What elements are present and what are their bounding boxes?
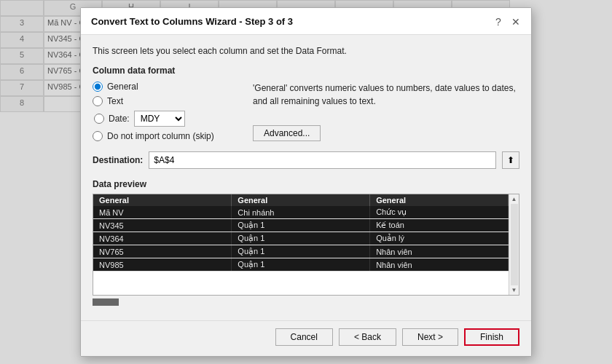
radio-skip-label: Do not import column (skip) (107, 131, 214, 141)
preview-cell: Nhân viên (370, 258, 509, 272)
table-row: NV765 Quận 1 Nhân viên (93, 245, 509, 258)
radio-row-text: Text (93, 96, 238, 106)
preview-col-header-1: General (232, 194, 370, 206)
destination-input[interactable] (149, 151, 496, 169)
destination-row: Destination: ⬆ (93, 151, 519, 169)
date-format-select[interactable]: MDY DMY YMD MYD DYM YDM (134, 111, 185, 127)
table-row: Mã NV Chi nhánh Chức vụ (93, 206, 509, 219)
table-row: NV364 Quận 1 Quản lý (93, 232, 509, 245)
preview-cell: Chức vụ (370, 206, 509, 219)
dialog-footer: Cancel < Back Next > Finish (81, 320, 531, 356)
data-preview-section: Data preview General General General Mã … (93, 179, 519, 306)
preview-cell: Quận 1 (232, 258, 370, 272)
wizard-dialog: Convert Text to Columns Wizard - Step 3 … (80, 7, 532, 357)
dialog-overlay: Convert Text to Columns Wizard - Step 3 … (0, 0, 612, 364)
destination-label: Destination: (93, 155, 143, 165)
preview-cell: Kế toán (370, 219, 509, 232)
preview-data-table: General General General Mã NV Chi nhánh … (93, 194, 509, 272)
format-left-panel: General Text Date: MDY DMY YM (93, 82, 238, 141)
dialog-title-icons: ? ✕ (492, 15, 522, 28)
cancel-button[interactable]: Cancel (275, 328, 333, 346)
preview-cell: Quận 1 (232, 245, 370, 258)
format-right-panel: 'General' converts numeric values to num… (238, 82, 519, 141)
radio-general-label: General (107, 82, 138, 92)
finish-button[interactable]: Finish (464, 328, 519, 346)
destination-icon-button[interactable]: ⬆ (502, 151, 519, 169)
preview-table: General General General Mã NV Chi nhánh … (93, 194, 509, 295)
radio-text[interactable] (93, 96, 103, 106)
preview-col-header-0: General (93, 194, 232, 206)
table-row: NV985 Quận 1 Nhân viên (93, 258, 509, 272)
preview-cell: Quản lý (370, 232, 509, 245)
preview-cell: Quận 1 (232, 219, 370, 232)
preview-cell: Chi nhánh (232, 206, 370, 219)
column-data-format-label: Column data format (93, 66, 519, 76)
dialog-description: This screen lets you select each column … (93, 45, 519, 58)
scroll-up-icon[interactable]: ▲ (511, 196, 517, 202)
radio-date[interactable] (94, 114, 104, 124)
preview-cell: NV765 (93, 245, 232, 258)
radio-skip[interactable] (93, 131, 103, 141)
preview-cell: Mã NV (93, 206, 232, 219)
radio-general[interactable] (93, 82, 103, 92)
preview-table-wrapper: General General General Mã NV Chi nhánh … (93, 194, 519, 296)
help-icon-button[interactable]: ? (492, 15, 505, 28)
preview-cell: NV364 (93, 232, 232, 245)
radio-row-skip: Do not import column (skip) (93, 131, 238, 141)
preview-scrollbar[interactable]: ▲ ▼ (509, 194, 519, 295)
close-icon-button[interactable]: ✕ (509, 15, 522, 28)
data-preview-label: Data preview (93, 179, 519, 189)
preview-cell: NV985 (93, 258, 232, 272)
format-options-container: General Text Date: MDY DMY YM (93, 82, 519, 141)
preview-cell: Nhân viên (370, 245, 509, 258)
radio-row-general: General (93, 82, 238, 92)
preview-header-row: General General General (93, 194, 509, 206)
preview-cell: NV345 (93, 219, 232, 232)
general-description: 'General' converts numeric values to num… (253, 82, 519, 108)
preview-col-header-2: General (370, 194, 509, 206)
dialog-titlebar: Convert Text to Columns Wizard - Step 3 … (81, 8, 531, 35)
back-button[interactable]: < Back (339, 328, 396, 346)
radio-row-date: Date: MDY DMY YMD MYD DYM YDM (94, 111, 238, 127)
radio-text-label: Text (107, 96, 123, 106)
next-button[interactable]: Next > (402, 328, 458, 346)
radio-date-label: Date: (109, 114, 130, 124)
preview-footer-bar (93, 298, 119, 306)
advanced-button[interactable]: Advanced... (253, 125, 321, 141)
scroll-track (511, 204, 518, 285)
upload-icon: ⬆ (507, 155, 514, 165)
preview-footer (93, 298, 519, 306)
table-row: NV345 Quận 1 Kế toán (93, 219, 509, 232)
preview-cell: Quận 1 (232, 232, 370, 245)
scroll-down-icon[interactable]: ▼ (511, 287, 517, 293)
dialog-title: Convert Text to Columns Wizard - Step 3 … (91, 16, 293, 27)
dialog-body: This screen lets you select each column … (81, 35, 531, 321)
